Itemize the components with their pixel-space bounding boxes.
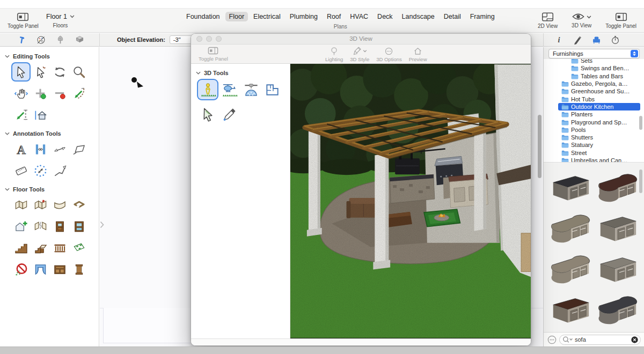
landscape-tree-mode-button[interactable] [55,35,65,45]
dimension-tool[interactable] [50,139,69,159]
add-point-tool[interactable] [31,84,50,103]
3d-view-button[interactable]: 3D View [572,12,591,29]
plan-mode-tool[interactable] [261,79,283,100]
room-tool[interactable] [69,195,89,215]
cursor-objects-tool[interactable] [31,62,50,82]
opening-tool[interactable] [69,238,89,257]
category-tables-and-bars[interactable]: Tables and Bars [558,72,640,80]
measure-line-tool[interactable] [11,105,31,124]
walk-tool[interactable] [197,79,218,100]
rotate-tool[interactable] [50,62,69,82]
thumbnail-scrollbar[interactable] [639,169,642,193]
stairs-tool[interactable] [11,238,31,257]
tab-plumbing[interactable]: Plumbing [286,12,321,21]
3d-viewport[interactable] [290,64,531,338]
tab-deck[interactable]: Deck [374,12,396,21]
no-floor-tool[interactable] [11,260,31,279]
tab-roof[interactable]: Roof [323,12,345,21]
scale-dots-tool[interactable] [31,161,50,180]
curved-wall-tool[interactable] [50,195,69,215]
area-annotation-tool[interactable] [69,139,89,159]
model-thumbnail-outdoor-kitchen-6[interactable] [595,249,640,282]
model-thumbnail-outdoor-kitchen-7[interactable] [548,290,593,322]
category-playground-and-sp[interactable]: Playground and Sp… [558,118,640,126]
library-collection-select[interactable]: Furnishings [548,49,640,58]
wall-tool[interactable] [11,195,31,215]
door-tool[interactable] [50,217,69,236]
window-tool[interactable] [69,217,89,236]
section-header-annotation-tools[interactable]: Annotation Tools [0,124,99,139]
plan-vertical-scrollbar[interactable] [538,115,541,178]
cursor-tool[interactable] [11,62,31,82]
column-tool[interactable] [69,260,89,279]
add-room-tool[interactable] [11,217,31,236]
toggle-panel-button-left[interactable]: Toggle Panel [8,12,39,29]
model-thumbnail-outdoor-kitchen-4[interactable] [595,209,640,241]
model-thumbnail-outdoor-kitchen-1[interactable] [548,168,593,200]
hammer-tools-mode-button[interactable] [17,35,27,45]
model-thumbnail-outdoor-kitchen-2[interactable] [595,168,640,200]
category-street[interactable]: Street [558,149,640,157]
section-header-editing-tools[interactable]: Editing Tools [0,47,99,62]
close-window-button[interactable] [196,36,202,42]
zoom-tool[interactable] [69,62,89,82]
orbit-satellite-tool[interactable] [240,79,261,100]
category-umbrellas-and-can[interactable]: Umbrellas and Can… [558,157,640,162]
zoom-window-button[interactable] [216,36,222,42]
text-label-tool[interactable]: A [11,139,31,159]
pan-tool[interactable] [11,84,31,103]
category-swings-and-ben[interactable]: Swings and Ben… [558,64,640,72]
railing-tool[interactable] [50,238,69,257]
category-scrollbar[interactable] [639,116,642,130]
floor-selector[interactable]: Floor 1 Floors [46,13,75,28]
annotate-pen-mode-button[interactable] [573,35,583,45]
info-mode-button[interactable]: i [554,35,564,45]
history-timer-mode-button[interactable] [610,35,620,45]
category-sets[interactable]: Sets [558,59,640,64]
minimize-window-button[interactable] [206,36,212,42]
lighting-button[interactable]: Lighting [325,47,343,62]
elevation-house-tool[interactable] [31,105,50,124]
tab-framing[interactable]: Framing [466,12,499,21]
stamp-tool[interactable] [11,161,31,180]
stairs-landing-tool[interactable] [31,238,50,257]
dimension-active-tool[interactable] [31,139,50,159]
palette-mode-button[interactable] [36,35,46,45]
tab-electrical[interactable]: Electrical [250,12,284,21]
category-greenhouse-and-su[interactable]: Greenhouse and Su… [558,87,640,95]
furniture-chair-mode-button[interactable] [591,35,602,45]
category-hot-tubs[interactable]: Hot Tubs [558,95,640,102]
split-wall-tool[interactable] [31,217,50,236]
niche-tool[interactable] [31,260,50,279]
materials-mode-button[interactable] [75,35,85,45]
category-shutters[interactable]: Shutters [558,134,640,141]
toggle-panel-button-right[interactable]: Toggle Panel [605,12,636,29]
panel-collapse-handle[interactable] [100,221,104,228]
fly-helicopter-tool[interactable] [218,79,240,100]
search-options-button[interactable] [547,335,557,344]
wall-draw-tool[interactable] [31,195,50,215]
category-gazebo-pergola-a[interactable]: Gazebo, Pergola, a… [558,80,640,87]
preview-button[interactable]: Preview [409,47,427,62]
remove-point-tool[interactable] [50,84,69,103]
model-thumbnail-outdoor-kitchen-5[interactable] [548,249,593,282]
3d-options-button[interactable]: 3D Options [376,47,402,62]
window-titlebar[interactable]: 3D View [191,34,531,45]
library-search-input[interactable]: sofa [559,335,641,345]
3d-tools-section-header[interactable]: 3D Tools [191,64,290,79]
category-planters[interactable]: Planters [558,110,640,118]
2d-view-button[interactable]: 2D View [538,12,558,29]
model-thumbnail-outdoor-kitchen-8[interactable] [595,290,640,322]
tab-landscape[interactable]: Landscape [398,12,438,21]
tab-detail[interactable]: Detail [440,12,465,21]
tab-foundation[interactable]: Foundation [182,12,224,21]
viewer-toggle-panel-button[interactable]: Toggle Panel [199,47,228,62]
category-outdoor-kitchen[interactable]: Outdoor Kitchen [558,103,640,110]
measure-arc-tool[interactable] [69,84,89,103]
cabinet-tool[interactable] [50,260,69,279]
3d-style-button[interactable]: 3D Style [350,47,369,62]
section-header-floor-tools[interactable]: Floor Tools [0,180,99,195]
category-pools[interactable]: Pools [558,126,640,134]
leader-arrow-tool[interactable] [50,161,69,180]
tab-hvac[interactable]: HVAC [346,12,372,21]
